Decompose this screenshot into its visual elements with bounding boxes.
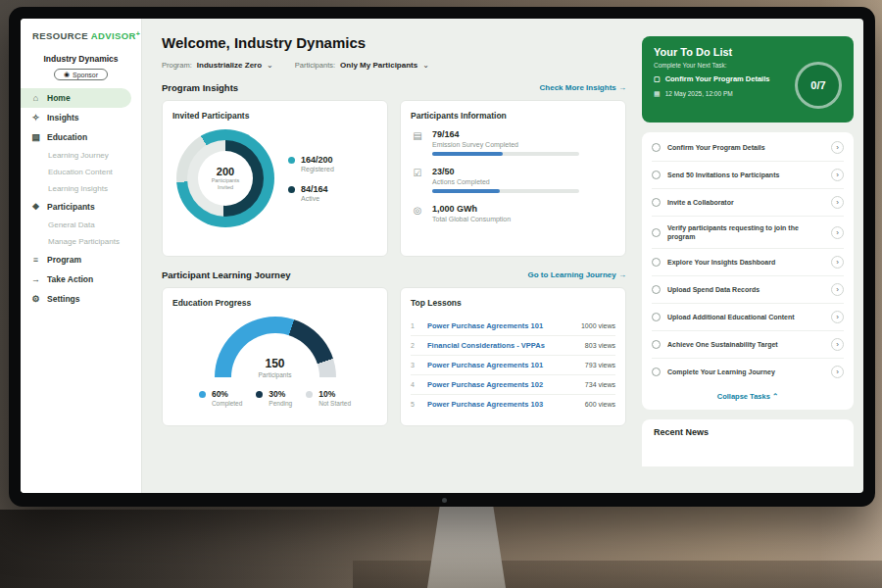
logo-plus: + [136, 30, 141, 37]
participants-filter-label: Participants: [295, 61, 335, 70]
collapse-tasks-link[interactable]: Collapse Tasks ⌃ [652, 385, 844, 410]
task-checkbox-icon[interactable] [652, 285, 661, 294]
progress-fill [432, 189, 500, 193]
sidebar-item-general-data[interactable]: General Data [21, 217, 141, 233]
go-to-learning-journey-link[interactable]: Go to Learning Journey → [528, 270, 626, 279]
gauge-legend: 60% Completed 30% Pending [172, 389, 377, 407]
chevron-right-icon[interactable]: › [831, 338, 844, 351]
task-row[interactable]: Upload Spend Data Records › [652, 276, 844, 304]
check-more-insights-link[interactable]: Check More Insights → [540, 83, 626, 92]
chevron-right-icon[interactable]: › [831, 169, 844, 181]
task-row[interactable]: Explore Your Insights Dashboard › [652, 249, 844, 276]
lesson-link[interactable]: Power Purchase Agreements 101 [427, 361, 578, 369]
task-checkbox-icon[interactable] [652, 368, 661, 376]
app-logo: RESOURCE ADVISOR+ [21, 30, 141, 41]
chevron-right-icon[interactable]: › [831, 283, 844, 296]
task-checkbox-icon[interactable] [652, 198, 661, 207]
task-checkbox-icon[interactable] [652, 228, 661, 237]
sidebar-item-label: Insights [47, 113, 79, 122]
task-row[interactable]: Achieve One Sustainability Target › [652, 331, 844, 359]
education-gauge-chart: 150 Participants [215, 317, 336, 379]
page-title: Welcome, Industry Dynamics [162, 34, 626, 51]
chevron-right-icon[interactable]: › [831, 366, 844, 378]
completed-dot-icon [199, 391, 206, 398]
org-name: Industry Dynamics [24, 54, 137, 64]
take-action-icon: → [30, 274, 41, 284]
insights-cards-row: Invited Participants 200 Participants In… [162, 100, 626, 257]
registered-dot-icon [288, 157, 295, 164]
task-checkbox-icon[interactable] [652, 171, 661, 179]
legend-item-active: 84/164 Active [288, 184, 334, 202]
task-checkbox-icon[interactable] [652, 340, 661, 349]
consumption-row: ◎ 1,000 GWh Total Global Consumption [411, 204, 615, 226]
sidebar-item-label: Participants [47, 202, 95, 212]
education-progress-card: Education Progress 150 Participants [162, 287, 388, 426]
chevron-right-icon[interactable]: › [831, 141, 844, 154]
actions-completed-row: ☑ 23/50 Actions Completed [411, 167, 615, 193]
legend-item-completed: 60% Completed [199, 389, 242, 407]
todo-next-task[interactable]: ▢ Confirm Your Program Details [654, 74, 791, 84]
sidebar-item-education-content[interactable]: Education Content [21, 164, 141, 180]
sidebar-item-insights[interactable]: ✧ Insights [21, 108, 141, 127]
emission-survey-row: ▤ 79/164 Emission Survey Completed [411, 129, 615, 156]
sidebar-item-label: Education [47, 132, 87, 142]
legend-item-pending: 30% Pending [256, 389, 292, 407]
task-row[interactable]: Send 50 Invitations to Participants › [652, 162, 844, 189]
task-row[interactable]: Invite a Collaborator › [652, 189, 844, 217]
lesson-row: 1 Power Purchase Agreements 101 1000 vie… [411, 317, 615, 336]
participants-filter[interactable]: Participants: Only My Participants ⌄ [295, 61, 429, 70]
donut-center-label: Participants Invited [205, 177, 246, 191]
sidebar-item-label: Home [47, 93, 71, 103]
recent-news-card: Recent News [642, 419, 854, 466]
photo-background: RESOURCE ADVISOR+ Industry Dynamics ◉ Sp… [0, 0, 882, 588]
sidebar-item-participants[interactable]: ❖ Participants [21, 197, 141, 217]
sponsor-badge[interactable]: ◉ Sponsor [54, 69, 108, 80]
todo-tasks-card: Confirm Your Program Details › Send 50 I… [642, 132, 854, 410]
lesson-link[interactable]: Power Purchase Agreements 102 [427, 380, 578, 389]
chevron-up-icon: ⌃ [772, 392, 778, 401]
chevron-right-icon[interactable]: › [831, 196, 844, 209]
org-block: Industry Dynamics ◉ Sponsor [24, 54, 137, 80]
sidebar-item-take-action[interactable]: → Take Action [21, 270, 141, 289]
card-title: Education Progress [172, 298, 377, 308]
donut-legend: 164/200 Registered 84/164 Active [288, 155, 334, 202]
sidebar-item-manage-participants[interactable]: Manage Participants [21, 233, 141, 250]
chevron-right-icon[interactable]: › [831, 256, 844, 269]
gauge-center: 150 Participants [215, 357, 336, 379]
monitor-bezel: RESOURCE ADVISOR+ Industry Dynamics ◉ Sp… [9, 7, 875, 507]
invited-participants-card: Invited Participants 200 Participants In… [162, 100, 388, 257]
lesson-link[interactable]: Power Purchase Agreements 103 [427, 400, 578, 409]
program-insights-header: Program Insights Check More Insights → [162, 82, 626, 93]
lesson-link[interactable]: Financial Considerations - VPPAs [427, 341, 578, 350]
sidebar-item-education[interactable]: ▤ Education [21, 127, 141, 147]
task-checkbox-icon[interactable] [652, 313, 661, 321]
sidebar-item-learning-journey[interactable]: Learning Journey [21, 147, 141, 164]
card-title: Invited Participants [172, 111, 377, 121]
survey-icon: ▤ [411, 130, 424, 156]
lesson-link[interactable]: Power Purchase Agreements 101 [427, 321, 574, 330]
sidebar-item-settings[interactable]: ⚙ Settings [21, 289, 141, 309]
emission-survey-progressbar [432, 152, 579, 156]
sponsor-label: Sponsor [73, 72, 98, 78]
task-checkbox-icon[interactable] [652, 258, 661, 267]
task-checkbox-icon[interactable] [652, 143, 661, 152]
main-content: Welcome, Industry Dynamics Program: Indu… [142, 19, 638, 493]
program-filter[interactable]: Program: Industrialize Zero ⌄ [162, 61, 273, 70]
chevron-right-icon[interactable]: › [831, 311, 844, 323]
sidebar-item-learning-insights[interactable]: Learning Insights [21, 180, 141, 197]
task-row[interactable]: Complete Your Learning Journey › [652, 359, 844, 385]
chevron-right-icon[interactable]: › [831, 226, 844, 239]
task-row[interactable]: Upload Additional Educational Content › [652, 304, 844, 331]
learning-cards-row: Education Progress 150 Participants [162, 287, 626, 426]
lesson-row: 5 Power Purchase Agreements 103 600 view… [411, 395, 615, 414]
sidebar-nav: ⌂ Home ✧ Insights ▤ Education Learning J… [21, 88, 141, 309]
participants-information-card: Participants Information ▤ 79/164 Emissi… [400, 100, 626, 257]
task-row[interactable]: Confirm Your Program Details › [652, 134, 844, 162]
sidebar-item-program[interactable]: ≡ Program [21, 250, 141, 270]
participants-icon: ❖ [30, 202, 41, 212]
program-filter-label: Program: [162, 61, 192, 70]
legend-item-not-started: 10% Not Started [306, 389, 351, 407]
sidebar-item-home[interactable]: ⌂ Home [21, 88, 131, 108]
task-row[interactable]: Verify participants requesting to join t… [652, 217, 844, 249]
monitor-stand [427, 506, 506, 588]
